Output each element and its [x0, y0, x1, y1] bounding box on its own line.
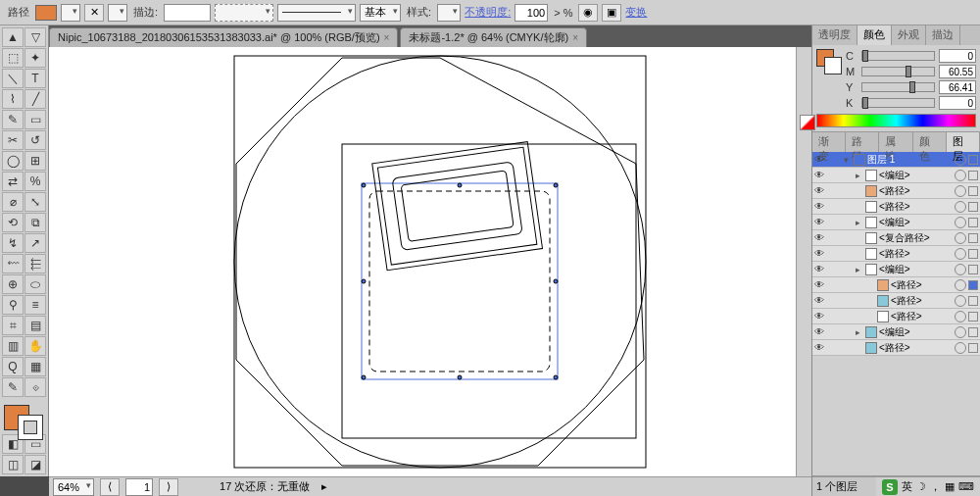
transform-link[interactable]: 变换 [625, 5, 647, 20]
layer-name[interactable]: 图层 1 [867, 153, 953, 167]
selection-indicator[interactable] [968, 280, 978, 290]
channel-slider[interactable] [861, 82, 935, 92]
selection-indicator[interactable] [968, 202, 978, 212]
layer-row[interactable]: 👁▸<编组> [812, 324, 980, 340]
layer-row[interactable]: 👁▸<编组> [812, 215, 980, 230]
layer-name[interactable]: <编组> [879, 263, 953, 276]
target-icon[interactable] [955, 154, 966, 166]
layer-row[interactable]: 👁<路径> [812, 183, 980, 199]
stroke-variable-dd[interactable] [215, 4, 273, 22]
tool-button[interactable]: ✦ [24, 48, 46, 68]
tool-button[interactable]: ⚲ [2, 295, 24, 315]
selection-indicator[interactable] [968, 155, 978, 165]
panel-tab[interactable]: 描边 [926, 25, 960, 45]
close-icon[interactable]: × [384, 32, 390, 43]
target-icon[interactable] [955, 185, 966, 197]
panel-tab[interactable]: 颜色 [913, 132, 947, 152]
selection-indicator[interactable] [968, 265, 978, 274]
tool-button[interactable]: % [24, 172, 46, 191]
visibility-icon[interactable]: 👁 [812, 154, 826, 165]
tool-button[interactable]: ▲ [2, 27, 24, 47]
selection-indicator[interactable] [968, 218, 978, 227]
style-dd[interactable] [437, 4, 461, 22]
panel-tab[interactable]: 颜色 [858, 25, 892, 45]
fill-dropdown[interactable] [61, 4, 80, 22]
ime-icon[interactable]: S [882, 479, 898, 495]
selection-indicator[interactable] [968, 327, 978, 337]
selection-indicator[interactable] [968, 186, 978, 196]
visibility-icon[interactable]: 👁 [812, 170, 826, 180]
panel-tab[interactable]: 路径 [846, 132, 879, 152]
tool-button[interactable]: ⊞ [24, 151, 46, 171]
visibility-icon[interactable]: 👁 [812, 232, 826, 243]
fill-swatch[interactable] [35, 5, 57, 21]
opacity-input[interactable] [514, 4, 548, 22]
brush-dd[interactable] [277, 4, 356, 22]
visibility-icon[interactable]: 👁 [812, 279, 826, 290]
visibility-icon[interactable]: 👁 [812, 248, 826, 259]
target-icon[interactable] [955, 264, 966, 275]
disclosure-icon[interactable]: ▸ [852, 327, 863, 337]
target-icon[interactable] [955, 217, 966, 228]
panel-tab[interactable]: 属性 [879, 132, 912, 152]
selection-indicator[interactable] [968, 233, 978, 243]
tool-button[interactable]: ▭ [24, 110, 46, 129]
panel-tab[interactable]: 透明度 [812, 25, 858, 45]
artboard-input[interactable] [125, 478, 153, 496]
tool-button[interactable]: ⌗ [2, 316, 24, 335]
no-stroke-icon[interactable]: ✕ [84, 4, 104, 22]
target-icon[interactable] [955, 170, 966, 181]
tool-button[interactable]: ✎ [2, 110, 24, 129]
vertical-scrollbar[interactable] [796, 47, 811, 476]
layer-name[interactable]: <编组> [879, 169, 953, 182]
tool-button[interactable]: ▽ [24, 27, 46, 47]
tray-icon[interactable]: ☽ [916, 480, 926, 493]
target-icon[interactable] [955, 248, 966, 260]
tool-button[interactable]: ⬚ [2, 48, 24, 68]
channel-value[interactable] [939, 80, 976, 94]
tool-button[interactable]: ✋ [24, 336, 46, 356]
panel-tab[interactable]: 渐变 [812, 132, 846, 152]
channel-slider[interactable] [861, 67, 935, 76]
channel-value[interactable] [939, 65, 976, 78]
tool-button[interactable]: ＼ [2, 69, 24, 88]
tool-button[interactable]: ╱ [24, 89, 46, 109]
layer-row[interactable]: 👁<路径> [812, 293, 980, 309]
layer-row[interactable]: 👁<复合路径> [812, 230, 980, 246]
tool-button[interactable]: ⬭ [24, 274, 46, 294]
layer-name[interactable]: <路径> [879, 184, 953, 198]
selection-indicator[interactable] [968, 171, 978, 180]
tool-button[interactable]: ↯ [2, 233, 24, 253]
artboard-next-icon[interactable]: ⟩ [159, 478, 178, 496]
layer-row[interactable]: 👁<路径> [812, 199, 980, 215]
tool-button[interactable]: ⤡ [24, 192, 46, 212]
disclosure-icon[interactable]: ▸ [852, 218, 863, 227]
layer-name[interactable]: <路径> [891, 310, 953, 323]
tool-button[interactable]: ⌇ [2, 89, 24, 109]
tool-button[interactable]: ⬳ [2, 254, 24, 273]
visibility-icon[interactable]: 👁 [812, 201, 826, 212]
target-icon[interactable] [955, 295, 966, 307]
stroke-weight-input[interactable] [164, 4, 211, 22]
layer-name[interactable]: <编组> [879, 216, 953, 229]
ime-lang[interactable]: 英 [902, 479, 912, 494]
target-icon[interactable] [955, 279, 966, 291]
channel-slider[interactable] [861, 98, 935, 108]
stroke-color-icon[interactable] [18, 415, 43, 440]
panel-fill-stroke[interactable] [816, 49, 842, 104]
tool-button[interactable]: ≡ [24, 295, 46, 315]
tool-button[interactable]: ↺ [24, 130, 46, 150]
layer-name[interactable]: <路径> [891, 294, 953, 308]
tool-button[interactable]: ⌀ [2, 192, 24, 212]
document-tab[interactable]: 未标题-1.2* @ 64% (CMYK/轮廓)× [400, 27, 587, 47]
channel-value[interactable] [939, 96, 976, 110]
zoom-dropdown[interactable]: 64% [53, 478, 94, 496]
layer-name[interactable]: <路径> [879, 200, 953, 214]
disclosure-icon[interactable]: ▸ [852, 265, 863, 274]
tool-button[interactable]: ↗ [24, 233, 46, 253]
selection-indicator[interactable] [968, 343, 978, 353]
tool-button[interactable]: ⟲ [2, 213, 24, 232]
tool-button[interactable]: ⧉ [24, 213, 46, 232]
panel-tab[interactable]: 图层 [947, 132, 980, 152]
tool-button[interactable]: ⊕ [2, 274, 24, 294]
